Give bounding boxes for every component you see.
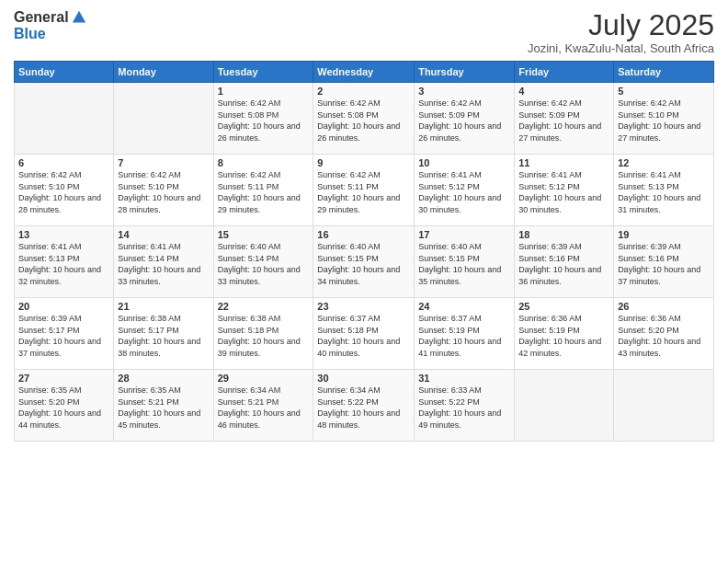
day-info: Sunrise: 6:36 AMSunset: 5:20 PMDaylight:… [618, 313, 710, 359]
day-info: Sunrise: 6:33 AMSunset: 5:22 PMDaylight:… [418, 385, 510, 431]
day-info: Sunrise: 6:42 AMSunset: 5:11 PMDaylight:… [317, 169, 410, 215]
calendar-cell [114, 83, 213, 155]
calendar-cell: 26Sunrise: 6:36 AMSunset: 5:20 PMDayligh… [614, 298, 714, 370]
day-info: Sunrise: 6:42 AMSunset: 5:09 PMDaylight:… [418, 98, 510, 144]
day-info: Sunrise: 6:41 AMSunset: 5:12 PMDaylight:… [518, 169, 609, 215]
calendar-cell: 23Sunrise: 6:37 AMSunset: 5:18 PMDayligh… [313, 298, 415, 370]
day-info: Sunrise: 6:39 AMSunset: 5:16 PMDaylight:… [518, 241, 609, 287]
calendar-cell: 30Sunrise: 6:34 AMSunset: 5:22 PMDayligh… [313, 370, 415, 442]
day-info: Sunrise: 6:34 AMSunset: 5:21 PMDaylight:… [218, 385, 310, 431]
day-number: 1 [218, 86, 310, 97]
day-info: Sunrise: 6:37 AMSunset: 5:19 PMDaylight:… [418, 313, 510, 359]
day-number: 25 [518, 301, 609, 312]
calendar-cell: 20Sunrise: 6:39 AMSunset: 5:17 PMDayligh… [15, 298, 114, 370]
calendar-week-row: 1Sunrise: 6:42 AMSunset: 5:08 PMDaylight… [15, 83, 714, 155]
day-number: 2 [317, 86, 410, 97]
day-info: Sunrise: 6:41 AMSunset: 5:12 PMDaylight:… [418, 169, 510, 215]
calendar-cell: 14Sunrise: 6:41 AMSunset: 5:14 PMDayligh… [114, 226, 213, 298]
day-info: Sunrise: 6:35 AMSunset: 5:21 PMDaylight:… [118, 385, 209, 431]
calendar-cell: 24Sunrise: 6:37 AMSunset: 5:19 PMDayligh… [415, 298, 515, 370]
calendar-cell: 9Sunrise: 6:42 AMSunset: 5:11 PMDaylight… [313, 155, 415, 226]
day-number: 18 [518, 229, 609, 240]
day-info: Sunrise: 6:38 AMSunset: 5:18 PMDaylight:… [218, 313, 310, 359]
calendar-cell: 10Sunrise: 6:41 AMSunset: 5:12 PMDayligh… [415, 155, 515, 226]
calendar-cell: 4Sunrise: 6:42 AMSunset: 5:09 PMDaylight… [515, 83, 614, 155]
calendar-cell: 7Sunrise: 6:42 AMSunset: 5:10 PMDaylight… [114, 155, 213, 226]
calendar-cell [515, 370, 614, 442]
calendar-cell: 8Sunrise: 6:42 AMSunset: 5:11 PMDaylight… [213, 155, 313, 226]
day-number: 29 [218, 373, 310, 384]
day-info: Sunrise: 6:42 AMSunset: 5:08 PMDaylight:… [218, 98, 310, 144]
calendar-week-row: 20Sunrise: 6:39 AMSunset: 5:17 PMDayligh… [15, 298, 714, 370]
day-info: Sunrise: 6:41 AMSunset: 5:13 PMDaylight:… [18, 241, 109, 287]
logo-blue-text: Blue [14, 26, 46, 41]
calendar-cell: 27Sunrise: 6:35 AMSunset: 5:20 PMDayligh… [15, 370, 114, 442]
day-number: 4 [518, 86, 609, 97]
day-info: Sunrise: 6:40 AMSunset: 5:15 PMDaylight:… [418, 241, 510, 287]
calendar-week-row: 13Sunrise: 6:41 AMSunset: 5:13 PMDayligh… [15, 226, 714, 298]
day-number: 23 [317, 301, 410, 312]
day-info: Sunrise: 6:39 AMSunset: 5:17 PMDaylight:… [18, 313, 109, 359]
day-info: Sunrise: 6:38 AMSunset: 5:17 PMDaylight:… [118, 313, 209, 359]
day-number: 8 [218, 157, 310, 168]
day-info: Sunrise: 6:42 AMSunset: 5:11 PMDaylight:… [218, 169, 310, 215]
calendar-header-row: Sunday Monday Tuesday Wednesday Thursday… [15, 62, 714, 83]
day-number: 10 [418, 157, 510, 168]
day-number: 28 [118, 373, 209, 384]
col-sunday: Sunday [15, 62, 114, 83]
header: General Blue July 2025 Jozini, KwaZulu-N… [14, 9, 714, 55]
day-number: 24 [418, 301, 510, 312]
day-info: Sunrise: 6:40 AMSunset: 5:15 PMDaylight:… [317, 241, 410, 287]
day-number: 9 [317, 157, 410, 168]
day-info: Sunrise: 6:41 AMSunset: 5:14 PMDaylight:… [118, 241, 209, 287]
day-number: 7 [118, 157, 209, 168]
day-number: 19 [618, 229, 710, 240]
calendar: Sunday Monday Tuesday Wednesday Thursday… [14, 61, 714, 442]
day-info: Sunrise: 6:41 AMSunset: 5:13 PMDaylight:… [618, 169, 710, 215]
day-info: Sunrise: 6:34 AMSunset: 5:22 PMDaylight:… [317, 385, 410, 431]
col-tuesday: Tuesday [213, 62, 313, 83]
calendar-cell [614, 370, 714, 442]
day-number: 12 [618, 157, 710, 168]
calendar-cell: 22Sunrise: 6:38 AMSunset: 5:18 PMDayligh… [213, 298, 313, 370]
month-title: July 2025 [528, 9, 714, 41]
calendar-cell: 12Sunrise: 6:41 AMSunset: 5:13 PMDayligh… [614, 155, 714, 226]
calendar-cell: 13Sunrise: 6:41 AMSunset: 5:13 PMDayligh… [15, 226, 114, 298]
day-number: 26 [618, 301, 710, 312]
calendar-cell: 15Sunrise: 6:40 AMSunset: 5:14 PMDayligh… [213, 226, 313, 298]
day-number: 16 [317, 229, 410, 240]
col-monday: Monday [114, 62, 213, 83]
day-info: Sunrise: 6:42 AMSunset: 5:08 PMDaylight:… [317, 98, 410, 144]
calendar-cell: 21Sunrise: 6:38 AMSunset: 5:17 PMDayligh… [114, 298, 213, 370]
calendar-week-row: 6Sunrise: 6:42 AMSunset: 5:10 PMDaylight… [15, 155, 714, 226]
day-info: Sunrise: 6:42 AMSunset: 5:10 PMDaylight:… [18, 169, 109, 215]
calendar-cell: 2Sunrise: 6:42 AMSunset: 5:08 PMDaylight… [313, 83, 415, 155]
day-number: 30 [317, 373, 410, 384]
day-number: 13 [18, 229, 109, 240]
day-number: 11 [518, 157, 609, 168]
col-wednesday: Wednesday [313, 62, 415, 83]
day-info: Sunrise: 6:42 AMSunset: 5:10 PMDaylight:… [618, 98, 710, 144]
day-info: Sunrise: 6:42 AMSunset: 5:09 PMDaylight:… [518, 98, 609, 144]
calendar-cell: 16Sunrise: 6:40 AMSunset: 5:15 PMDayligh… [313, 226, 415, 298]
col-thursday: Thursday [415, 62, 515, 83]
calendar-cell: 29Sunrise: 6:34 AMSunset: 5:21 PMDayligh… [213, 370, 313, 442]
day-number: 6 [18, 157, 109, 168]
page: General Blue July 2025 Jozini, KwaZulu-N… [0, 0, 728, 563]
calendar-cell: 31Sunrise: 6:33 AMSunset: 5:22 PMDayligh… [415, 370, 515, 442]
day-number: 3 [418, 86, 510, 97]
svg-marker-0 [72, 11, 85, 23]
calendar-cell: 28Sunrise: 6:35 AMSunset: 5:21 PMDayligh… [114, 370, 213, 442]
day-info: Sunrise: 6:42 AMSunset: 5:10 PMDaylight:… [118, 169, 209, 215]
day-number: 15 [218, 229, 310, 240]
logo: General Blue [14, 9, 87, 42]
day-number: 17 [418, 229, 510, 240]
calendar-cell: 6Sunrise: 6:42 AMSunset: 5:10 PMDaylight… [15, 155, 114, 226]
calendar-cell: 3Sunrise: 6:42 AMSunset: 5:09 PMDaylight… [415, 83, 515, 155]
day-number: 22 [218, 301, 310, 312]
day-info: Sunrise: 6:40 AMSunset: 5:14 PMDaylight:… [218, 241, 310, 287]
day-number: 31 [418, 373, 510, 384]
calendar-cell: 11Sunrise: 6:41 AMSunset: 5:12 PMDayligh… [515, 155, 614, 226]
location: Jozini, KwaZulu-Natal, South Africa [528, 41, 714, 55]
day-info: Sunrise: 6:36 AMSunset: 5:19 PMDaylight:… [518, 313, 609, 359]
